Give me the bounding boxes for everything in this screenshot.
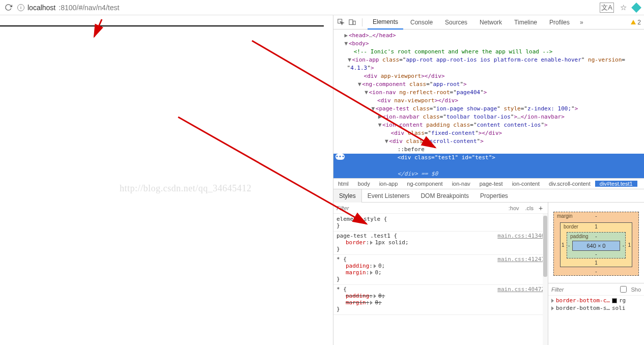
computed-pane: margin - - border 1 1 1 1 padding -: [548, 203, 644, 345]
reload-icon[interactable]: [4, 4, 12, 12]
rule-source-link[interactable]: main.css:41346: [497, 233, 545, 239]
svg-line-0: [94, 19, 102, 37]
watermark-text: http://blog.csdn.net/qq_34645412: [120, 183, 251, 194]
computed-properties[interactable]: border-bottom-c…rg border-bottom-s…soli: [548, 296, 644, 313]
warnings-badge[interactable]: 2: [631, 19, 641, 26]
url-field[interactable]: i localhost:8100/#/nav/n4/test: [17, 4, 595, 12]
styles-tabs: Styles Event Listeners DOM Breakpoints P…: [333, 189, 644, 203]
new-rule-icon[interactable]: +: [537, 204, 545, 212]
stab-properties[interactable]: Properties: [474, 189, 514, 203]
stab-dom-breakpoints[interactable]: DOM Breakpoints: [415, 189, 474, 203]
stab-event-listeners[interactable]: Event Listeners: [362, 189, 415, 203]
extension-icon[interactable]: [631, 3, 641, 13]
crumb-selected[interactable]: div#test.test1: [595, 181, 637, 187]
warning-icon: [631, 20, 636, 24]
expand-tri-icon[interactable]: [374, 264, 376, 268]
tab-sources[interactable]: Sources: [440, 15, 472, 30]
expand-tri-icon[interactable]: [370, 301, 373, 305]
styles-pane: Filter :hov .cls + element.style { } mai…: [333, 203, 548, 345]
box-model-content: 640 × 0: [572, 241, 620, 251]
tab-console[interactable]: Console: [405, 15, 438, 30]
tab-elements[interactable]: Elements: [368, 15, 403, 30]
inspect-icon[interactable]: [337, 18, 346, 27]
tabs-overflow-icon[interactable]: »: [577, 19, 586, 26]
bookmark-star-icon[interactable]: ☆: [620, 3, 627, 12]
styles-filter-input[interactable]: Filter: [337, 205, 506, 211]
crumb-body[interactable]: body: [353, 181, 375, 187]
url-path: :8100/#/nav/n4/test: [59, 4, 119, 12]
dom-breadcrumb: html body ion-app ng-component ion-nav p…: [333, 178, 644, 189]
selected-dots-icon: •••: [335, 154, 345, 160]
devtools-panel: Elements Console Sources Network Timelin…: [333, 15, 644, 345]
url-host: localhost: [27, 4, 55, 12]
svg-rect-3: [353, 21, 355, 24]
hov-toggle[interactable]: :hov: [506, 205, 522, 211]
svg-rect-2: [349, 19, 353, 24]
crumb-ng-component[interactable]: ng-component: [402, 181, 447, 187]
color-swatch-icon: [612, 298, 617, 303]
tab-timeline[interactable]: Timeline: [509, 15, 542, 30]
rule-source-link[interactable]: main.css:40472: [497, 286, 545, 293]
cls-toggle[interactable]: .cls: [522, 205, 537, 211]
crumb-ion-nav[interactable]: ion-nav: [447, 181, 475, 187]
page-viewport: http://blog.csdn.net/qq_34645412: [0, 15, 333, 345]
dom-tree[interactable]: ▶<head>…</head> ▼<body> <!-- Ionic's roo…: [333, 30, 644, 178]
css-rules[interactable]: element.style { } main.css:41346 page-te…: [333, 214, 548, 345]
dom-selected-node[interactable]: ••• <div class="test1" id="test">: [333, 154, 644, 162]
expand-tri-icon[interactable]: [551, 299, 554, 303]
crumb-page-test[interactable]: page-test: [475, 181, 508, 187]
show-all-checkbox[interactable]: [620, 286, 627, 293]
device-toggle-icon[interactable]: [348, 18, 357, 27]
stab-styles[interactable]: Styles: [333, 189, 362, 203]
test1-element[interactable]: [0, 25, 324, 26]
site-info-icon[interactable]: i: [17, 4, 24, 11]
tab-profiles[interactable]: Profiles: [544, 15, 575, 30]
box-model[interactable]: margin - - border 1 1 1 1 padding -: [548, 203, 644, 283]
tab-network[interactable]: Network: [474, 15, 507, 30]
computed-filter-input[interactable]: Filter: [551, 286, 616, 293]
expand-tri-icon[interactable]: [370, 271, 373, 275]
expand-tri-icon[interactable]: [370, 241, 373, 245]
expand-tri-icon[interactable]: [374, 294, 376, 298]
crumb-ion-app[interactable]: ion-app: [375, 181, 403, 187]
crumb-scroll-content[interactable]: div.scroll-content: [544, 181, 595, 187]
crumb-ion-content[interactable]: ion-content: [508, 181, 544, 187]
translate-icon[interactable]: 文A: [600, 3, 614, 13]
devtools-tabbar: Elements Console Sources Network Timelin…: [333, 15, 644, 30]
rule-source-link[interactable]: main.css:41247: [497, 256, 545, 263]
crumb-html[interactable]: html: [333, 181, 353, 187]
browser-address-bar: i localhost:8100/#/nav/n4/test 文A ☆: [0, 0, 644, 15]
scrollbar[interactable]: [543, 214, 548, 345]
expand-tri-icon[interactable]: [551, 306, 554, 310]
